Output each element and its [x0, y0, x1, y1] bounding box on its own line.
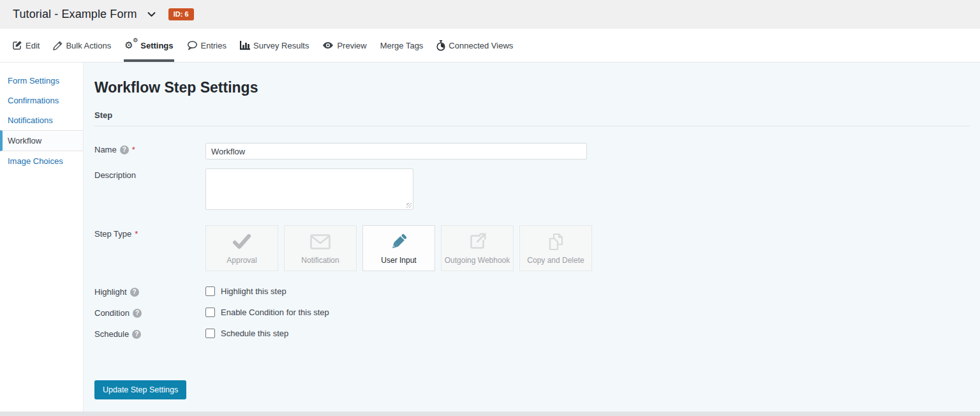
update-step-settings-button[interactable]: Update Step Settings [94, 380, 186, 399]
sidebar-item-image-choices[interactable]: Image Choices [0, 151, 83, 171]
help-icon[interactable]: ? [120, 145, 129, 154]
stopwatch-icon [436, 40, 445, 51]
name-input[interactable] [205, 143, 587, 160]
envelope-icon [310, 232, 330, 251]
page-bottom-strip [0, 412, 980, 416]
speech-bubble-icon [187, 41, 198, 50]
schedule-checkbox[interactable] [205, 329, 215, 338]
tab-label: Merge Tags [380, 41, 424, 50]
tab-settings[interactable]: ⚙⚙ Settings [124, 29, 174, 62]
tile-label: Copy and Delete [527, 256, 584, 265]
pencil-icon [53, 41, 63, 50]
help-icon[interactable]: ? [130, 288, 139, 297]
resize-handle[interactable] [406, 203, 412, 208]
tab-edit[interactable]: Edit [11, 29, 40, 62]
eye-icon [322, 41, 334, 49]
description-label: Description [94, 168, 205, 180]
form-toolbar: Edit Bulk Actions ⚙⚙ Settings Entries Su… [0, 29, 980, 63]
form-title: Tutorial - Example Form [13, 8, 137, 21]
sidebar-item-notifications[interactable]: Notifications [0, 110, 83, 130]
step-section-label: Step [94, 110, 970, 120]
highlight-label: Highlight ? [94, 285, 205, 297]
sidebar-item-form-settings[interactable]: Form Settings [0, 71, 83, 91]
tab-survey-results[interactable]: Survey Results [239, 29, 309, 62]
copy-icon [546, 232, 565, 251]
tab-bulk-actions[interactable]: Bulk Actions [52, 29, 112, 62]
condition-checkbox[interactable] [205, 308, 215, 317]
tab-label: Settings [140, 41, 173, 50]
tab-label: Edit [26, 41, 40, 50]
form-header-bar: Tutorial - Example Form ID: 6 [0, 0, 980, 29]
condition-checkbox-label: Enable Condition for this step [221, 308, 329, 317]
name-label: Name ? * [94, 143, 205, 154]
required-asterisk: * [135, 229, 138, 239]
step-type-user-input[interactable]: User Input [362, 225, 435, 271]
pencil-icon [389, 232, 408, 251]
external-link-icon [468, 232, 487, 251]
tab-label: Survey Results [253, 41, 309, 50]
tile-label: Notification [301, 256, 339, 265]
tile-label: Outgoing Webhook [445, 256, 510, 265]
highlight-row: Highlight ? Highlight this step [94, 285, 970, 297]
help-icon[interactable]: ? [132, 330, 141, 339]
checkmark-icon [232, 232, 252, 251]
step-type-options: Approval Notification User Input [205, 225, 592, 271]
name-field-row: Name ? * [94, 143, 970, 160]
condition-label: Condition ? [94, 306, 205, 318]
description-textarea-wrap [205, 168, 413, 212]
bar-chart-icon [240, 41, 250, 50]
highlight-checkbox-group: Highlight this step [205, 286, 286, 296]
step-type-outgoing-webhook[interactable]: Outgoing Webhook [441, 225, 514, 271]
schedule-row: Schedule ? Schedule this step [94, 327, 970, 339]
chevron-down-icon[interactable] [147, 11, 156, 17]
tab-label: Preview [337, 41, 366, 50]
help-icon[interactable]: ? [133, 309, 142, 318]
step-type-label: Step Type * [94, 225, 205, 239]
page-title: Workflow Step Settings [94, 79, 970, 96]
tab-entries[interactable]: Entries [186, 29, 227, 62]
tile-label: User Input [381, 256, 416, 265]
page-body: Form Settings Confirmations Notification… [0, 63, 980, 412]
highlight-checkbox-label: Highlight this step [221, 286, 286, 296]
schedule-checkbox-label: Schedule this step [221, 329, 288, 338]
tab-label: Connected Views [449, 41, 513, 50]
required-asterisk: * [132, 145, 135, 154]
form-id-badge: ID: 6 [168, 8, 194, 20]
settings-sidebar: Form Settings Confirmations Notification… [0, 63, 84, 412]
gears-icon: ⚙⚙ [124, 40, 137, 51]
tile-label: Approval [226, 256, 256, 265]
edit-icon [12, 40, 22, 50]
section-divider [94, 126, 970, 126]
step-type-copy-and-delete[interactable]: Copy and Delete [519, 225, 592, 271]
condition-row: Condition ? Enable Condition for this st… [94, 306, 970, 318]
description-field-row: Description [94, 168, 970, 212]
tab-preview[interactable]: Preview [322, 29, 367, 62]
tab-label: Entries [201, 41, 226, 50]
step-type-notification[interactable]: Notification [284, 225, 357, 271]
schedule-checkbox-group: Schedule this step [205, 329, 288, 338]
tab-label: Bulk Actions [66, 41, 111, 50]
schedule-label: Schedule ? [94, 327, 205, 339]
step-type-approval[interactable]: Approval [205, 225, 278, 271]
tab-merge-tags[interactable]: Merge Tags [380, 29, 424, 62]
step-type-row: Step Type * Approval Notification [94, 225, 970, 271]
tab-connected-views[interactable]: Connected Views [436, 29, 514, 62]
workflow-step-settings-panel: Workflow Step Settings Step Name ? * Des… [84, 63, 980, 412]
highlight-checkbox[interactable] [205, 286, 215, 296]
sidebar-item-workflow[interactable]: Workflow [0, 130, 83, 151]
description-textarea[interactable] [205, 168, 413, 210]
condition-checkbox-group: Enable Condition for this step [205, 308, 329, 317]
sidebar-item-confirmations[interactable]: Confirmations [0, 91, 83, 110]
